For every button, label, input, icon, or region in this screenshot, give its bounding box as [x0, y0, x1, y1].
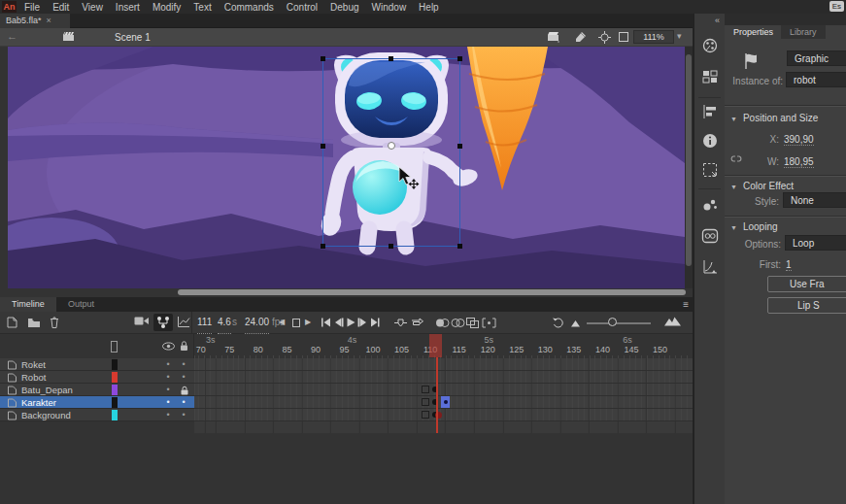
menu-item[interactable]: Edit: [52, 2, 69, 13]
selection-handle-top-left[interactable]: [321, 56, 325, 61]
layer-frames-track[interactable]: [194, 396, 693, 409]
clip-content-button[interactable]: [618, 31, 629, 45]
layer-header[interactable]: Batu_Depan • •: [0, 384, 194, 396]
looping-section-header[interactable]: ▼Looping: [730, 221, 778, 232]
layer-depth-button[interactable]: [177, 316, 190, 330]
layer-name[interactable]: Batu_Depan: [21, 385, 73, 395]
link-width-height-icon[interactable]: [729, 153, 743, 166]
info-panel-icon[interactable]: [701, 132, 719, 150]
brush-library-panel-icon[interactable]: [701, 196, 719, 214]
scene-breadcrumb[interactable]: Scene 1: [115, 32, 151, 43]
layer-row[interactable]: Roket • •: [0, 358, 693, 371]
layer-visibility-dot[interactable]: •: [163, 384, 173, 396]
chevron-down-icon[interactable]: ▾: [677, 31, 682, 41]
scrollbar-thumb[interactable]: [686, 54, 692, 266]
transform-panel-icon[interactable]: [701, 161, 719, 179]
stage-vertical-scrollbar[interactable]: [685, 47, 693, 288]
onion-skin-outlines-button[interactable]: [451, 318, 465, 330]
cc-libraries-panel-icon[interactable]: [701, 227, 719, 245]
selection-handle-bottom-center[interactable]: [389, 244, 393, 249]
panel-menu-icon[interactable]: ≡: [683, 297, 689, 312]
back-arrow-icon[interactable]: ←: [7, 30, 17, 42]
align-panel-icon[interactable]: [701, 103, 719, 120]
layer-color-swatch[interactable]: [112, 359, 118, 370]
layer-header[interactable]: Roket • •: [0, 358, 194, 371]
menu-item[interactable]: Debug: [330, 2, 358, 13]
menu-item[interactable]: Window: [372, 2, 407, 13]
go-to-last-frame-button[interactable]: [370, 318, 381, 329]
layer-visibility-dot[interactable]: •: [163, 409, 173, 421]
layer-frames-track[interactable]: [194, 371, 693, 384]
lip-syncing-button[interactable]: Lip S: [767, 297, 846, 314]
menu-item[interactable]: Text: [193, 2, 211, 13]
tab-properties[interactable]: Properties: [725, 25, 782, 39]
symbol-type-select[interactable]: Graphic: [787, 50, 846, 66]
workspace-switcher-button[interactable]: Es: [829, 1, 844, 12]
position-size-section-header[interactable]: ▼Position and Size: [730, 113, 818, 123]
new-folder-button[interactable]: [27, 316, 41, 330]
document-tab[interactable]: Bab5.fla*×: [0, 14, 70, 28]
layer-visibility-dot[interactable]: •: [163, 396, 173, 409]
zoom-in-frames-icon[interactable]: [664, 316, 682, 328]
eye-icon[interactable]: [162, 342, 175, 353]
layer-frames-track[interactable]: [194, 358, 693, 371]
frame-back-button[interactable]: ◀: [279, 312, 285, 333]
stop-button[interactable]: [292, 319, 300, 327]
layer-lock-dot[interactable]: •: [179, 371, 188, 384]
selection-handle-bottom-left[interactable]: [321, 244, 325, 249]
modify-markers-button[interactable]: [482, 318, 496, 330]
keyframe-marker[interactable]: [432, 399, 438, 405]
layer-frames-track[interactable]: [194, 384, 693, 396]
zoom-level-select[interactable]: 111%: [633, 30, 674, 44]
new-layer-button[interactable]: [6, 316, 19, 331]
loop-options-select[interactable]: Loop: [785, 235, 846, 251]
selection-handle-mid-right[interactable]: [457, 144, 462, 149]
edit-scene-button[interactable]: [547, 31, 560, 45]
go-to-first-frame-button[interactable]: [321, 318, 331, 329]
stage-horizontal-scrollbar[interactable]: [0, 288, 693, 297]
edit-symbols-button[interactable]: [575, 31, 588, 45]
layer-color-swatch[interactable]: [112, 372, 118, 383]
reset-timeline-zoom-button[interactable]: [552, 317, 564, 330]
swatches-panel-icon[interactable]: [701, 68, 719, 85]
menu-item[interactable]: File: [24, 2, 40, 13]
layer-lock-dot[interactable]: •: [179, 396, 188, 409]
motion-presets-panel-icon[interactable]: [701, 258, 719, 276]
selection-handle-top-right[interactable]: [457, 56, 462, 61]
selection-bounding-box[interactable]: [322, 58, 460, 247]
add-camera-button[interactable]: [134, 316, 150, 328]
span-end-marker[interactable]: [422, 386, 429, 393]
selected-frame-cell[interactable]: [441, 396, 450, 408]
timeline-zoom-knob[interactable]: [608, 318, 617, 326]
tab-output[interactable]: Output: [56, 297, 106, 312]
stage-viewport[interactable]: [0, 47, 693, 288]
edit-multiple-frames-button[interactable]: [466, 318, 480, 330]
layer-name[interactable]: Background: [21, 410, 71, 420]
center-stage-button[interactable]: [598, 31, 611, 46]
elapsed-time-value[interactable]: 4.6: [218, 312, 231, 334]
style-select[interactable]: None: [783, 192, 846, 208]
step-forward-button[interactable]: [357, 318, 368, 329]
layer-header[interactable]: Karakter • •: [0, 396, 194, 409]
menu-item[interactable]: Control: [287, 2, 318, 13]
use-frame-picker-button[interactable]: Use Fra: [767, 276, 846, 292]
layer-frames-track[interactable]: [194, 409, 693, 421]
center-frame-button[interactable]: [394, 318, 407, 330]
transformation-point[interactable]: [388, 142, 395, 150]
first-frame-value[interactable]: 1: [786, 259, 792, 271]
zoom-out-frames-icon[interactable]: [571, 319, 581, 329]
keyframe-marker[interactable]: [432, 386, 438, 392]
layer-header[interactable]: Background • •: [0, 409, 194, 421]
menu-item[interactable]: View: [82, 2, 103, 13]
frame-forward-button[interactable]: ▶: [305, 312, 311, 333]
selection-handle-top-center[interactable]: [389, 56, 393, 61]
layer-lock-dot[interactable]: •: [179, 358, 188, 371]
selection-handle-bottom-right[interactable]: [457, 244, 462, 249]
span-end-marker[interactable]: [422, 411, 429, 419]
layer-color-swatch[interactable]: [112, 397, 118, 408]
layer-header[interactable]: Robot • •: [0, 371, 194, 384]
onion-skin-button[interactable]: [435, 318, 450, 330]
layer-row[interactable]: Karakter • •: [0, 396, 693, 409]
layer-visibility-dot[interactable]: •: [163, 371, 173, 384]
loop-playback-button[interactable]: [410, 318, 423, 330]
